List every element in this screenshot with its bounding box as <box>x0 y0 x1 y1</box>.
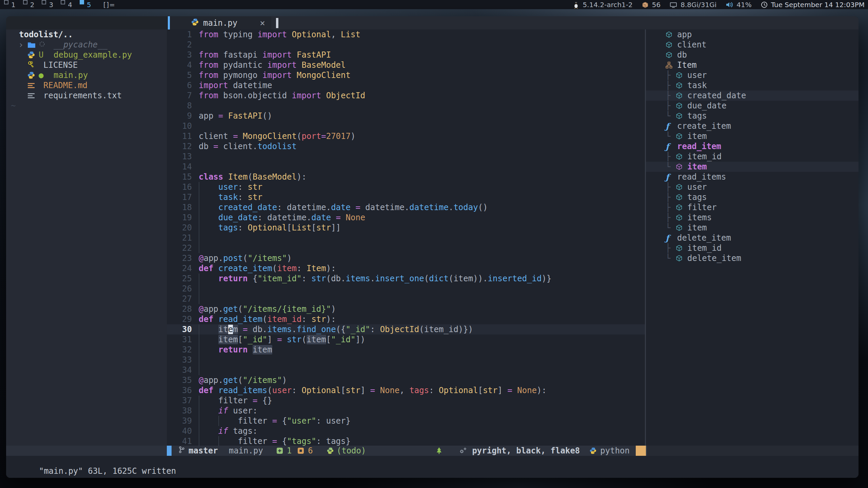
tab-main-py[interactable]: main.py × <box>170 16 271 29</box>
code-line-5[interactable]: 5from pymongo import MongoClient <box>167 70 645 80</box>
symbol-items[interactable]: ├items <box>646 212 859 223</box>
symbol-tags[interactable]: ├tags <box>646 192 859 202</box>
symbol-user[interactable]: ├user <box>646 182 859 192</box>
command-line[interactable]: "main.py" 63L, 1625C written <box>6 456 859 478</box>
symbol-client[interactable]: client <box>646 40 859 50</box>
code-line-19[interactable]: 19 due_date: datetime.date = None <box>167 212 645 223</box>
tree-item-LICENSE[interactable]: LICENSE <box>6 60 167 70</box>
indent-guide <box>199 294 199 304</box>
code-line-20[interactable]: 20 tags: Optional[List[str]] <box>167 223 645 233</box>
code-line-14[interactable]: 14 <box>167 162 645 172</box>
symbol-db[interactable]: db <box>646 50 859 60</box>
symbol-Item[interactable]: Item <box>646 60 859 70</box>
code-line-12[interactable]: 12db = client.todolist <box>167 141 645 151</box>
code-line-32[interactable]: 32 return item <box>167 345 645 355</box>
code-line-21[interactable]: 21 <box>167 233 645 243</box>
code-line-9[interactable]: 9app = FastAPI() <box>167 111 645 121</box>
symbol-create_item[interactable]: ƒcreate_item <box>646 121 859 131</box>
workspace-button-1[interactable]: 1 <box>4 1 16 9</box>
symbol-delete_item[interactable]: └delete_item <box>646 253 859 263</box>
symbol-label: filter <box>687 203 717 212</box>
symbol-label: client <box>677 40 707 49</box>
code-line-28[interactable]: 28@app.get("/items/{item_id}") <box>167 304 645 314</box>
symbol-app[interactable]: app <box>646 29 859 40</box>
workspace-button-3[interactable]: 3 <box>42 1 53 9</box>
line-number: 28 <box>167 304 192 314</box>
code-line-37[interactable]: 37 filter = {} <box>167 395 645 406</box>
code-line-15[interactable]: 15class Item(BaseModel): <box>167 172 645 182</box>
code-line-29[interactable]: 29def read_item(item_id: str): <box>167 314 645 324</box>
lsp-servers: pyright, black, flake8 <box>472 446 580 455</box>
symbol-item[interactable]: └item <box>646 162 859 172</box>
tree-item-README.md[interactable]: README.md <box>6 80 167 90</box>
code-editor[interactable]: 1from typing import Optional, List23from… <box>167 29 645 446</box>
symbol-item[interactable]: └item <box>646 131 859 141</box>
code-line-38[interactable]: 38 if user: <box>167 406 645 416</box>
code-line-24[interactable]: 24def create_item(item: Item): <box>167 263 645 273</box>
variable-cube-icon <box>676 224 685 231</box>
code-line-1[interactable]: 1from typing import Optional, List <box>167 29 645 40</box>
tree-guide: ├ <box>666 70 676 80</box>
code-line-39[interactable]: 39 filter = {"user": user} <box>167 416 645 426</box>
code-line-16[interactable]: 16 user: str <box>167 182 645 192</box>
workspace-button-5[interactable]: 5 <box>80 1 91 9</box>
code-line-26[interactable]: 26 <box>167 284 645 294</box>
symbol-label: tags <box>687 111 707 121</box>
code-line-27[interactable]: 27 <box>167 294 645 304</box>
symbol-user[interactable]: ├user <box>646 70 859 80</box>
tree-item-label: __pycache__ <box>54 40 107 50</box>
tree-item-main.py[interactable]: ●main.py <box>6 70 167 80</box>
symbol-read_items[interactable]: ƒread_items <box>646 172 859 182</box>
code-line-41[interactable]: 41 filter = {"tags": tags} <box>167 436 645 446</box>
tree-item-__pycache__[interactable]: ›__pycache__ <box>6 40 167 50</box>
symbol-read_item[interactable]: ƒread_item <box>646 141 859 151</box>
code-line-13[interactable]: 13 <box>167 151 645 162</box>
git-changed-count: 6 <box>308 446 313 455</box>
symbol-item_id[interactable]: ├item_id <box>646 243 859 253</box>
code-line-33[interactable]: 33 <box>167 355 645 365</box>
symbol-task[interactable]: ├task <box>646 80 859 90</box>
code-line-6[interactable]: 6import datetime <box>167 80 645 90</box>
code-line-17[interactable]: 17 task: str <box>167 192 645 202</box>
tab-close-icon[interactable]: × <box>260 18 265 28</box>
code-line-25[interactable]: 25 return {"item_id": str(db.items.inser… <box>167 273 645 284</box>
symbol-label: task <box>687 81 707 90</box>
symbol-delete_item[interactable]: ƒdelete_item <box>646 233 859 243</box>
workspace-button-2[interactable]: 2 <box>23 1 35 9</box>
code-line-40[interactable]: 40 if tags: <box>167 426 645 436</box>
code-line-34[interactable]: 34 <box>167 365 645 375</box>
code-line-22[interactable]: 22 <box>167 243 645 253</box>
git-status-glyph <box>39 40 49 50</box>
tree-item-requirements.txt[interactable]: requirements.txt <box>6 90 167 101</box>
symbol-item[interactable]: └item <box>646 223 859 233</box>
code-line-30[interactable]: 30 item = db.items.find_one({"_id": Obje… <box>167 324 645 334</box>
code-line-35[interactable]: 35@app.get("/items") <box>167 375 645 385</box>
file-tree-root[interactable]: todolist/.. <box>6 29 167 40</box>
code-line-31[interactable]: 31 item["_id"] = str(item["_id"]) <box>167 334 645 345</box>
variable-cube-icon <box>676 102 685 109</box>
git-changed-icon <box>297 447 304 454</box>
code-line-3[interactable]: 3from fastapi import FastAPI <box>167 50 645 60</box>
clock-indicator: Tue September 14 12:03PM <box>761 1 865 9</box>
code-line-18[interactable]: 18 created_date: datetime.date = datetim… <box>167 202 645 212</box>
code-line-36[interactable]: 36def read_items(user: Optional[str] = N… <box>167 385 645 395</box>
tree-guide: ├ <box>666 91 676 100</box>
code-line-7[interactable]: 7from bson.objectid import ObjectId <box>167 90 645 101</box>
code-line-8[interactable]: 8 <box>167 101 645 111</box>
symbol-due_date[interactable]: ├due_date <box>646 101 859 111</box>
symbol-filter[interactable]: ├filter <box>646 202 859 212</box>
code-line-23[interactable]: 23@app.post("/items") <box>167 253 645 263</box>
variable-cube-icon <box>676 184 685 190</box>
code-line-11[interactable]: 11client = MongoClient(port=27017) <box>167 131 645 141</box>
symbol-tags[interactable]: └tags <box>646 111 859 121</box>
tree-item-debug_example.py[interactable]: Udebug_example.py <box>6 50 167 60</box>
venv-name: (todo) <box>337 446 366 455</box>
symbol-item_id[interactable]: ├item_id <box>646 151 859 162</box>
code-line-10[interactable]: 10 <box>167 121 645 131</box>
workspace-button-4[interactable]: 4 <box>61 1 72 9</box>
code-line-4[interactable]: 4from pydantic import BaseModel <box>167 60 645 70</box>
indent-guide <box>199 365 199 375</box>
indent-guide <box>199 243 199 253</box>
symbol-created_date[interactable]: ├created_date <box>646 90 859 101</box>
code-line-2[interactable]: 2 <box>167 40 645 50</box>
